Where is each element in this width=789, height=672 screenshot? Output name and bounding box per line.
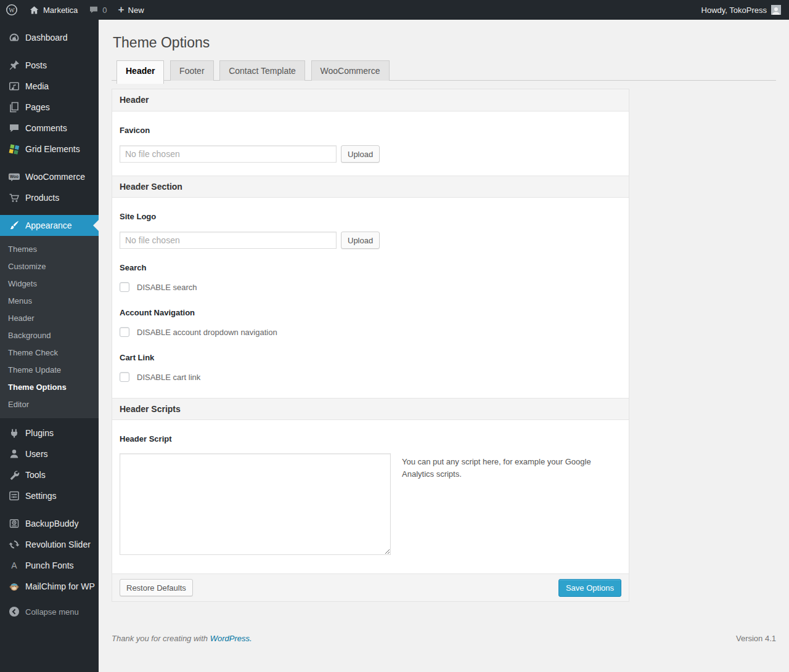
sidebar-item-users[interactable]: Users: [0, 443, 99, 464]
brush-icon: [8, 219, 20, 232]
page-title: Theme Options: [113, 34, 776, 52]
favicon-file-input[interactable]: [120, 145, 337, 163]
sidebar-item-pages[interactable]: Pages: [0, 97, 99, 118]
disable-account-nav-checkbox[interactable]: [120, 327, 129, 337]
header-script-textarea[interactable]: [120, 453, 391, 555]
sidebar-item-label: Pages: [25, 102, 50, 112]
admin-sidebar: Dashboard Posts Media Pages Comments Gri…: [0, 20, 99, 672]
pushpin-icon: [8, 59, 20, 71]
wordpress-logo-menu[interactable]: W: [0, 0, 23, 20]
wordpress-logo-icon: W: [6, 4, 18, 16]
svg-text:A: A: [11, 561, 17, 570]
comments-icon: [8, 122, 20, 134]
submenu-item-theme-check[interactable]: Theme Check: [0, 344, 99, 362]
sidebar-item-label: WooCommerce: [25, 172, 85, 182]
sidebar-item-label: Collapse menu: [25, 607, 79, 617]
user-icon: [8, 448, 20, 460]
sidebar-item-punch-fonts[interactable]: A Punch Fonts: [0, 555, 99, 576]
section-header-scripts: Header Scripts: [112, 398, 629, 420]
sidebar-item-posts[interactable]: Posts: [0, 55, 99, 76]
submenu-item-widgets[interactable]: Widgets: [0, 275, 99, 293]
favicon-label: Favicon: [120, 126, 621, 135]
disable-cart-link-label: DISABLE cart link: [137, 373, 200, 382]
sidebar-item-label: Media: [25, 81, 49, 91]
favicon-field: Favicon Upload: [112, 126, 629, 163]
tab-contact-template[interactable]: Contact Template: [219, 60, 305, 81]
sidebar-item-woocommerce[interactable]: Woo WooCommerce: [0, 166, 99, 187]
section-header: Header: [112, 89, 629, 111]
sidebar-item-backupbuddy[interactable]: BackupBuddy: [0, 513, 99, 534]
appearance-submenu: Themes Customize Widgets Menus Header Ba…: [0, 236, 99, 418]
new-menu[interactable]: + New: [113, 0, 150, 20]
theme-options-panel: Header Favicon Upload Header Section Sit…: [112, 89, 629, 602]
sidebar-item-label: Plugins: [25, 428, 54, 438]
page-footer: Thank you for creating with WordPress. V…: [112, 634, 776, 652]
submenu-item-theme-update[interactable]: Theme Update: [0, 362, 99, 379]
submenu-item-theme-options[interactable]: Theme Options: [0, 379, 99, 396]
menu-separator: [0, 48, 99, 55]
sliders-icon: [8, 490, 20, 502]
submenu-item-customize[interactable]: Customize: [0, 258, 99, 275]
account-navigation-label: Account Navigation: [120, 308, 621, 317]
site-logo-file-input[interactable]: [120, 232, 337, 249]
sidebar-item-plugins[interactable]: Plugins: [0, 423, 99, 443]
submenu-item-themes[interactable]: Themes: [0, 241, 99, 258]
account-menu[interactable]: Howdy, TokoPress: [701, 0, 789, 20]
disable-cart-link-checkbox[interactable]: [120, 372, 129, 382]
comments-menu[interactable]: 0: [83, 0, 112, 20]
sidebar-item-dashboard[interactable]: Dashboard: [0, 27, 99, 48]
disable-search-label: DISABLE search: [137, 283, 197, 292]
sidebar-item-mailchimp[interactable]: MailChimp for WP: [0, 576, 99, 597]
tab-footer[interactable]: Footer: [170, 60, 213, 81]
save-options-button[interactable]: Save Options: [558, 579, 621, 597]
header-script-label: Header Script: [120, 434, 621, 443]
sidebar-item-media[interactable]: Media: [0, 76, 99, 97]
tab-woocommerce[interactable]: WooCommerce: [311, 60, 390, 81]
sidebar-item-settings[interactable]: Settings: [0, 485, 99, 506]
sidebar-item-tools[interactable]: Tools: [0, 464, 99, 485]
wordpress-link[interactable]: WordPress.: [210, 634, 252, 643]
header-script-note: You can put any script here, for example…: [402, 456, 593, 555]
panel-footer: Restore Defaults Save Options: [112, 573, 629, 601]
sidebar-item-label: Products: [25, 193, 59, 203]
sidebar-item-products[interactable]: Products: [0, 187, 99, 208]
letter-a-icon: A: [8, 559, 20, 572]
admin-bar: W Marketica 0 + New Howdy, TokoPress: [0, 0, 789, 20]
submenu-item-header[interactable]: Header: [0, 310, 99, 327]
restore-defaults-button[interactable]: Restore Defaults: [120, 579, 193, 596]
sidebar-item-appearance[interactable]: Appearance: [0, 215, 99, 236]
menu-separator: [0, 597, 99, 601]
comment-count: 0: [102, 6, 107, 15]
wrench-icon: [8, 469, 20, 481]
sidebar-item-comments[interactable]: Comments: [0, 118, 99, 139]
sidebar-item-label: Grid Elements: [25, 144, 80, 154]
section-header-section: Header Section: [112, 176, 629, 198]
site-name-menu[interactable]: Marketica: [23, 0, 83, 20]
sidebar-item-collapse-menu[interactable]: Collapse menu: [0, 601, 99, 622]
woo-badge-icon: Woo: [8, 171, 20, 183]
sidebar-item-grid-elements[interactable]: Grid Elements: [0, 139, 99, 160]
main-content: Theme Options Header Footer Contact Temp…: [99, 34, 789, 652]
svg-text:Woo: Woo: [10, 174, 18, 179]
thanks-prefix: Thank you for creating with: [112, 634, 208, 643]
submenu-item-menus[interactable]: Menus: [0, 293, 99, 310]
cart-icon: [8, 192, 20, 204]
sidebar-item-label: MailChimp for WP: [25, 581, 95, 591]
tab-header[interactable]: Header: [117, 60, 164, 84]
site-name-label: Marketica: [43, 6, 78, 15]
version-label: Version 4.1: [736, 634, 776, 643]
backup-icon: [8, 517, 20, 530]
home-icon: [29, 5, 39, 15]
submenu-item-background[interactable]: Background: [0, 327, 99, 344]
submenu-item-editor[interactable]: Editor: [0, 396, 99, 413]
avatar: [771, 5, 781, 15]
monkey-icon: [8, 580, 20, 593]
site-logo-upload-button[interactable]: Upload: [341, 232, 380, 249]
disable-search-checkbox[interactable]: [120, 282, 129, 292]
favicon-upload-button[interactable]: Upload: [341, 145, 380, 163]
site-logo-label: Site Logo: [120, 212, 621, 221]
sidebar-item-revolution-slider[interactable]: Revolution Slider: [0, 534, 99, 555]
menu-separator: [0, 506, 99, 513]
dashboard-icon: [8, 31, 20, 44]
site-logo-field: Site Logo Upload Search DISABLE search A…: [112, 212, 629, 382]
